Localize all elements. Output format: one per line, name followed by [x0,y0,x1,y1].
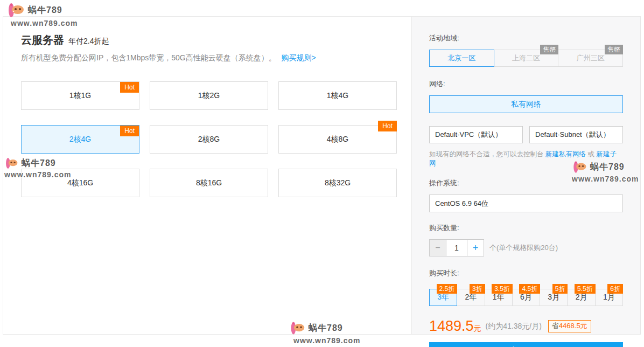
os-select[interactable]: CentOS 6.9 64位 [429,195,623,212]
create-vpc-link[interactable]: 新建私有网络 [545,150,586,158]
quantity-stepper: − 1 + 个(单个规格限购20台) [429,239,623,256]
savings-badge: 省4468.5元 [548,320,591,332]
sold-out-badge: 售罄 [540,45,558,54]
duration-option-2y[interactable]: 3折 2年 [457,289,485,306]
product-config-pane: 云服务器 年付2.4折起 所有机型免费分配公网IP，包含1Mbps带宽，50G高… [3,17,411,334]
region-option-label: 北京一区 [447,53,475,63]
hot-badge: Hot [120,126,139,136]
duration-option-label: 2年 [465,293,477,302]
region-option-shanghai[interactable]: 售罄 上海二区 [494,50,559,67]
duration-option-2m[interactable]: 5.5折 2月 [567,289,595,306]
spec-option-8c32g[interactable]: 8核32G [278,169,397,197]
main-panel: 云服务器 年付2.4折起 所有机型免费分配公网IP，包含1Mbps带宽，50G高… [3,16,641,335]
subnet-select[interactable]: Default-Subnet（默认） [529,126,623,143]
quantity-input[interactable]: 1 [446,239,467,256]
region-option-label: 广州三区 [577,53,605,63]
spec-option-2c8g[interactable]: 2核8G [150,125,268,154]
spec-option-1c1g[interactable]: Hot 1核1G [21,81,139,110]
hot-badge: Hot [120,82,139,93]
watermark-brand: 蜗牛789 [28,5,62,16]
spec-option-4c16g[interactable]: 4核16G [21,169,139,197]
sold-out-badge: 售罄 [605,45,623,54]
duration-option-label: 6月 [520,293,532,302]
network-hint-conjunction: 或 [587,150,594,158]
spec-label: 2核4G [69,135,91,144]
spec-grid: Hot 1核1G 1核2G 1核4G Hot 2核4G 2核8G Hot 4核8… [21,81,397,197]
spec-label: 4核8G [327,135,348,144]
spec-label: 8核16G [196,178,222,188]
price-row: 1489.5 元 (约为41.38元/月) 省4468.5元 [429,318,623,335]
spec-option-1c2g[interactable]: 1核2G [150,81,268,110]
discount-badge: 3.5折 [492,284,513,294]
discount-badge: 3折 [470,284,485,294]
quantity-label: 购买数量: [429,223,623,233]
snail-logo-icon [6,3,25,18]
order-sidebar: 活动地域: 北京一区 售罄 上海二区 售罄 广州三区 网络: 私有网络 Defa… [411,17,640,334]
discount-badge: 6折 [607,284,623,294]
private-network-option[interactable]: 私有网络 [429,95,623,113]
description-text: 所有机型免费分配公网IP，包含1Mbps带宽，50G高性能云硬盘（系统盘）。 [21,53,276,62]
duration-option-label: 1月 [603,293,615,302]
quantity-decrease-button[interactable]: − [429,239,446,256]
duration-option-3m[interactable]: 5折 3月 [540,289,568,306]
page-title: 云服务器 [21,33,64,47]
price-amount: 1489.5 [429,318,474,335]
spec-option-4c8g[interactable]: Hot 4核8G [278,125,397,154]
discount-badge: 5折 [552,284,568,294]
description-row: 所有机型免费分配公网IP，包含1Mbps带宽，50G高性能云硬盘（系统盘）。 购… [21,53,397,63]
duration-option-3y[interactable]: 2.5折 3年 [429,289,457,306]
private-network-label: 私有网络 [511,100,541,109]
os-label: 操作系统: [429,178,623,188]
duration-option-1m[interactable]: 6折 1月 [595,289,623,306]
spec-label: 8核32G [325,178,351,188]
header: 云服务器 年付2.4折起 [21,33,397,47]
region-option-guangzhou[interactable]: 售罄 广州三区 [558,50,623,67]
buy-now-button[interactable]: 立即购买 [429,342,623,347]
duration-option-6m[interactable]: 4.5折 6月 [512,289,540,306]
duration-option-label: 2月 [576,293,587,302]
duration-label: 购买时长: [429,268,623,278]
spec-option-2c4g-selected[interactable]: Hot 2核4G [21,125,139,154]
duration-selector: 2.5折 3年 3折 2年 3.5折 1年 4.5折 6月 5折 3月 5.5折… [429,289,623,306]
vpc-row: Default-VPC（默认） Default-Subnet（默认） [429,126,623,143]
spec-label: 4核16G [67,178,93,188]
spec-option-8c16g[interactable]: 8核16G [150,169,268,197]
region-option-beijing[interactable]: 北京一区 [429,50,494,67]
duration-option-label: 1年 [493,293,505,302]
quantity-increase-button[interactable]: + [467,239,484,256]
watermark-url: www.wn789.com [293,336,361,345]
network-hint-text: 如现有的网络不合适，您可以去控制台 [429,150,544,158]
discount-badge: 5.5折 [575,284,596,294]
savings-label: 省 [552,322,559,330]
price-unit: 元 [474,324,481,334]
savings-amount: 4468.5元 [559,322,587,330]
spec-label: 1核2G [198,91,220,101]
duration-option-label: 3月 [548,293,559,302]
spec-label: 2核8G [198,135,220,144]
region-label: 活动地域: [429,33,623,43]
spec-label: 1核4G [327,91,348,101]
price-monthly-note: (约为41.38元/月) [486,322,542,331]
duration-option-1y[interactable]: 3.5折 1年 [485,289,513,306]
quantity-limit-hint: 个(单个规格限购20台) [489,243,558,253]
region-option-label: 上海二区 [512,53,540,63]
hot-badge: Hot [378,121,397,131]
network-hint: 如现有的网络不合适，您可以去控制台 新建私有网络 或 新建子网 [429,150,623,168]
vpc-select[interactable]: Default-VPC（默认） [429,126,523,143]
discount-badge: 2.5折 [437,284,458,294]
discount-badge: 4.5折 [519,284,540,294]
page-subtitle: 年付2.4折起 [68,37,109,46]
spec-label: 1核1G [69,91,91,101]
spec-option-1c4g[interactable]: 1核4G [278,81,397,110]
network-label: 网络: [429,79,623,89]
duration-option-label: 3年 [437,293,449,302]
purchase-rules-link[interactable]: 购买规则> [282,53,316,62]
region-selector: 北京一区 售罄 上海二区 售罄 广州三区 [429,50,623,67]
